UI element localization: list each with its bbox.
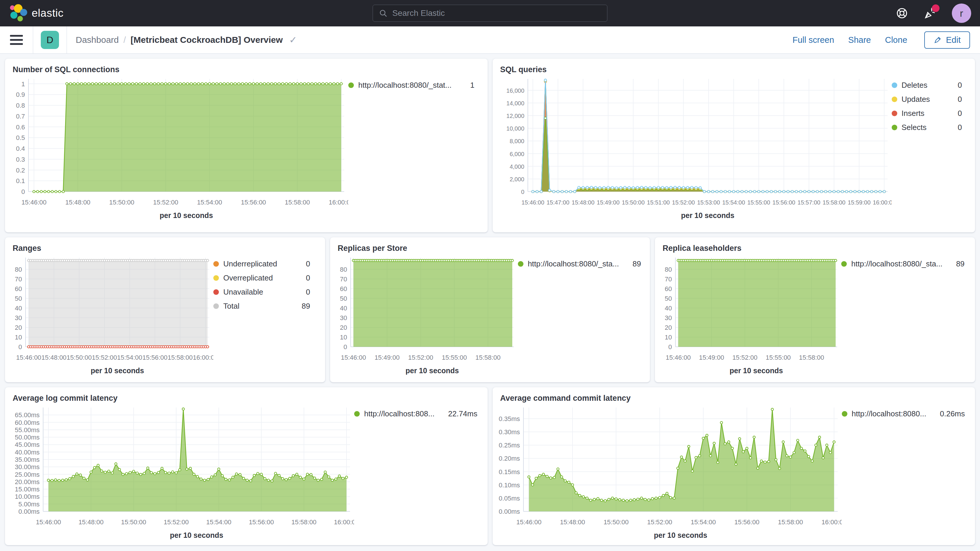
svg-text:0.1: 0.1 [16,177,25,185]
legend-entry[interactable]: Selects0 [892,123,962,132]
user-avatar[interactable]: r [952,3,971,23]
legend-dot [892,125,897,130]
share-button[interactable]: Share [848,35,871,45]
svg-text:per 10 seconds: per 10 seconds [160,211,213,220]
svg-text:15:58:00: 15:58:00 [822,199,845,205]
legend: Underreplicated0Overreplicated0Unavailab… [213,253,310,316]
svg-text:15:59:00: 15:59:00 [848,199,870,205]
svg-text:15:46:00: 15:46:00 [666,354,691,361]
svg-text:15:55:00: 15:55:00 [442,354,467,361]
svg-text:80: 80 [340,266,347,273]
elastic-logo-icon[interactable] [9,4,27,22]
chart-log-commit-latency[interactable]: 0.00ms5.00ms10.00ms15.00ms20.00ms25.00ms… [8,403,354,542]
legend-dot [518,261,523,267]
svg-text:45.00ms: 45.00ms [15,441,40,448]
legend-entry[interactable]: Total89 [213,302,310,311]
svg-text:per 10 seconds: per 10 seconds [170,531,223,539]
svg-text:15:53:00: 15:53:00 [697,199,720,205]
svg-text:0.7: 0.7 [16,113,25,120]
search-input[interactable] [392,8,601,18]
legend-entry[interactable]: http://localhost:8080/_sta...89 [518,260,641,268]
svg-text:60: 60 [340,285,347,293]
legend-dot [348,83,354,88]
chart-sql-queries[interactable]: 02,0004,0006,0008,00010,00012,00014,0001… [496,74,892,222]
clone-button[interactable]: Clone [885,35,907,45]
svg-text:20.00ms: 20.00ms [15,478,40,486]
breadcrumb-dashboard-link[interactable]: Dashboard [76,35,119,45]
chart-sql-connections[interactable]: 00.10.20.30.40.50.60.70.80.9115:46:0015:… [8,74,348,222]
chart-replicas-per-store[interactable]: 0102030405060708015:46:0015:49:0015:52:0… [333,253,518,377]
panel-title: Average log commit latency [5,387,488,403]
legend-entry[interactable]: Deletes0 [892,81,962,90]
chart-svg[interactable]: 0102030405060708015:46:0015:49:0015:52:0… [658,253,841,376]
notification-dot [932,5,940,12]
legend-entry[interactable]: Updates0 [892,95,962,104]
svg-text:15:48:00: 15:48:00 [560,518,585,526]
chart-svg[interactable]: 0102030405060708015:46:0015:49:0015:52:0… [333,253,518,376]
chart-svg[interactable]: 02,0004,0006,0008,00010,00012,00014,0001… [496,74,892,221]
svg-text:30: 30 [340,314,347,322]
legend-entry[interactable]: Underreplicated0 [213,260,310,268]
brand-wordmark: elastic [32,7,64,19]
toolbar-divider [67,26,67,54]
legend-dot [213,275,219,281]
svg-text:0.05ms: 0.05ms [498,495,520,502]
svg-text:15:46:00: 15:46:00 [516,518,541,526]
legend-dot [213,289,219,295]
chart-svg[interactable]: 0102030405060708015:46:0015:48:0015:50:0… [8,253,213,376]
newsfeed-button[interactable] [924,7,937,20]
chart-replica-leaseholders[interactable]: 0102030405060708015:46:0015:49:0015:52:0… [658,253,841,377]
svg-text:70: 70 [665,276,672,283]
svg-text:0.5: 0.5 [16,134,25,142]
svg-text:60: 60 [15,285,22,293]
legend-dot [892,97,897,102]
svg-text:0.3: 0.3 [16,156,25,163]
svg-text:15:50:00: 15:50:00 [67,354,92,361]
dashboard-space-badge[interactable]: D [41,31,59,49]
svg-text:40: 40 [340,304,347,312]
legend-value: 0 [953,109,962,118]
panel-log-commit-latency: Average log commit latency 0.00ms5.00ms1… [5,387,488,545]
legend-label: Underreplicated [223,260,277,268]
svg-text:0.4: 0.4 [16,145,25,152]
legend-entry[interactable]: http://localhost:8080...0.26ms [842,409,965,418]
full-screen-button[interactable]: Full screen [792,35,834,45]
legend-entry[interactable]: Overreplicated0 [213,274,310,283]
panel-sql-queries: SQL queries 02,0004,0006,0008,00010,0001… [493,59,975,233]
svg-text:70: 70 [15,276,22,283]
menu-button[interactable] [10,35,23,45]
legend-entry[interactable]: Inserts0 [892,109,962,118]
breadcrumb-separator: / [124,35,126,45]
help-lifebuoy-icon [896,7,908,19]
svg-text:15:49:00: 15:49:00 [374,354,399,361]
legend-value: 89 [951,260,964,268]
svg-text:25.00ms: 25.00ms [15,471,40,478]
svg-text:per 10 seconds: per 10 seconds [91,366,144,375]
panel-title: Replicas per Store [330,237,650,253]
legend-entry[interactable]: http://localhost:808...22.74ms [354,409,477,418]
svg-text:15:48:00: 15:48:00 [41,354,67,361]
svg-text:16:00:00: 16:00:00 [334,518,354,526]
svg-text:55.00ms: 55.00ms [15,426,40,434]
svg-text:15:54:00: 15:54:00 [722,199,745,205]
chart-svg[interactable]: 00.10.20.30.40.50.60.70.80.9115:46:0015:… [8,74,348,221]
edit-button[interactable]: Edit [924,32,970,49]
svg-text:15:48:00: 15:48:00 [571,199,595,205]
help-button[interactable] [896,7,908,20]
legend-label: Updates [902,95,930,104]
chart-svg[interactable]: 0.00ms0.05ms0.10ms0.15ms0.20ms0.25ms0.30… [496,403,842,541]
svg-text:per 10 seconds: per 10 seconds [730,366,783,375]
legend: http://localhost:8080...0.26ms [842,403,965,424]
legend-entry[interactable]: http://localhost:8080/_stat...1 [348,81,474,90]
chart-svg[interactable]: 0.00ms5.00ms10.00ms15.00ms20.00ms25.00ms… [8,403,354,541]
svg-text:0.30ms: 0.30ms [498,428,520,436]
legend-entry[interactable]: http://localhost:8080/_sta...89 [841,260,964,268]
global-search[interactable] [372,5,608,22]
svg-text:0.25ms: 0.25ms [498,441,520,449]
chart-ranges[interactable]: 0102030405060708015:46:0015:48:0015:50:0… [8,253,213,377]
svg-text:0.35ms: 0.35ms [498,415,520,422]
svg-text:15:47:00: 15:47:00 [546,199,569,205]
chart-command-commit-latency[interactable]: 0.00ms0.05ms0.10ms0.15ms0.20ms0.25ms0.30… [496,403,842,542]
svg-text:0: 0 [343,343,347,350]
legend-entry[interactable]: Unavailable0 [213,288,310,297]
